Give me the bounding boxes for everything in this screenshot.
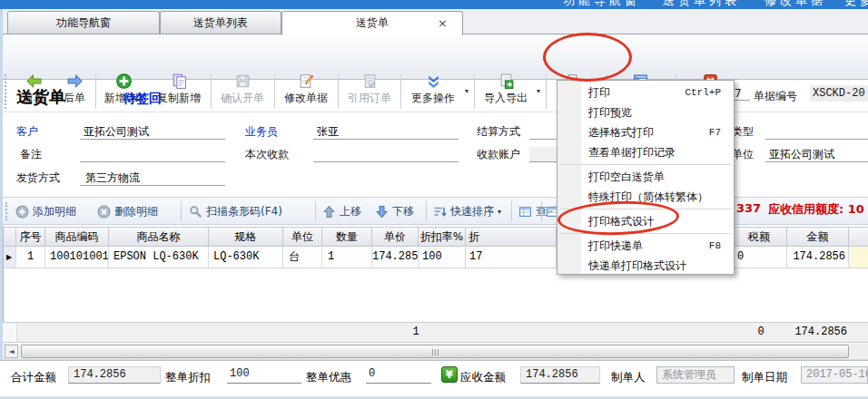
menu-item-print[interactable]: 打印Ctrl+P	[557, 83, 734, 102]
menu-item-express-format-design[interactable]: 快递单打印格式设计	[557, 256, 734, 276]
ship-method-field[interactable]: 第三方物流	[80, 170, 225, 186]
col-header-qty[interactable]: 数量	[322, 228, 372, 247]
toolbar-separator	[211, 74, 212, 109]
scroll-left-button[interactable]: ◄	[5, 345, 18, 358]
move-down-button[interactable]: 下移	[375, 202, 414, 220]
col-header-price[interactable]: 单价	[372, 228, 419, 247]
cell-discount[interactable]: 100	[419, 247, 466, 268]
col-header-unit[interactable]: 单位	[283, 228, 322, 247]
menu-item-label: 打印	[588, 86, 610, 99]
toolbar-separator	[541, 201, 542, 221]
order-preferential-label: 整单优惠	[306, 370, 351, 385]
scan-barcode-icon	[189, 205, 202, 219]
col-header-discount[interactable]: 折扣率%	[419, 228, 466, 247]
col-header-tax[interactable]: 税额	[732, 228, 787, 247]
cell-qty[interactable]: 1	[322, 247, 372, 268]
horizontal-scrollbar[interactable]: ◄	[3, 344, 868, 360]
toolbar-separator	[274, 74, 275, 109]
scan-barcode-button[interactable]: 扫描条形码(F4)	[189, 202, 282, 220]
menu-item-view-print-log[interactable]: 查看单据打印记录	[557, 142, 734, 162]
toolbar-separator	[426, 201, 427, 221]
cell-name[interactable]: EPSON LQ-630K	[109, 247, 209, 268]
tab-delivery-list[interactable]: 送货单列表	[160, 11, 281, 34]
row-selector-icon[interactable]: ▶	[3, 247, 16, 268]
receivable-label: 应收金额	[460, 370, 506, 385]
selector-header	[3, 228, 16, 247]
confirm-open-button[interactable]: 确认开单	[214, 73, 271, 112]
document-icon	[361, 73, 379, 90]
button-label: 上移	[340, 204, 361, 219]
print-menu: 打印Ctrl+P 打印预览 选择格式打印F7 查看单据打印记录 打印空白送货单 …	[557, 80, 735, 275]
app-window: 功能导航窗 送货单列表 修改单据 更多操作 功能导航窗 送货单列表 送货单 × …	[0, 0, 868, 399]
quick-sort-button[interactable]: 快速排序 ▾	[433, 202, 501, 220]
top-strip-text: 修改单据	[764, 0, 826, 9]
annotation-circle-print-button	[543, 33, 632, 82]
ship-method-label: 发货方式	[16, 170, 60, 186]
col-header-amount[interactable]: 金额	[787, 228, 849, 247]
col-header-seq[interactable]: 序号	[16, 228, 45, 247]
tab-delivery-order[interactable]: 送货单 ×	[281, 11, 463, 35]
move-up-button[interactable]: 上移	[322, 202, 361, 220]
cell-unit[interactable]: 台	[283, 247, 322, 268]
col-header-spec[interactable]: 规格	[209, 228, 283, 247]
payment-field[interactable]	[313, 147, 459, 162]
cell-amount[interactable]: 174.2856	[787, 247, 849, 268]
salesman-field[interactable]: 张亚	[313, 124, 459, 140]
type-field[interactable]	[765, 124, 868, 140]
add-detail-button[interactable]: 添加明细	[15, 202, 76, 220]
tab-function-nav[interactable]: 功能导航窗	[7, 11, 160, 34]
order-preferential-field[interactable]: 0	[366, 366, 431, 384]
clipped-field-fragment: 7	[735, 87, 742, 100]
cell-disc-price[interactable]: 17	[466, 247, 557, 268]
totals-amount: 174.2856	[787, 326, 847, 338]
cell-extra[interactable]	[849, 247, 868, 268]
unit-field[interactable]: 亚拓公司测试	[765, 147, 868, 162]
cell-code[interactable]: 100101001	[45, 247, 109, 268]
menu-item-print-blank[interactable]: 打印空白送货单	[557, 167, 734, 187]
more-actions-button[interactable]: 更多操作	[404, 73, 462, 112]
col-header-code[interactable]: 商品编码	[45, 228, 109, 247]
cell-spec[interactable]: LQ-630K	[209, 247, 283, 268]
order-discount-field[interactable]: 100	[227, 366, 301, 384]
col-header-name[interactable]: 商品名称	[109, 228, 209, 247]
menu-item-print-preview[interactable]: 打印预览	[557, 102, 734, 122]
cell-seq[interactable]: 1	[16, 247, 45, 268]
menu-item-label: 查看单据打印记录	[588, 146, 676, 159]
cell-tax[interactable]: 0	[732, 247, 787, 268]
main-toolbar: 前单 后单 新增(N) 复制新增 确认开单 修改单据 引用订单	[0, 34, 868, 80]
delete-detail-button[interactable]: 删除明细	[97, 202, 158, 220]
type-label: 类型	[732, 124, 754, 140]
currency-yuan-icon[interactable]: ¥	[441, 366, 458, 383]
toolbar-separator	[400, 74, 401, 109]
tab-close-icon[interactable]: ×	[438, 12, 448, 34]
top-strip-text: 送货单列表	[663, 0, 740, 9]
col-header-disc-price[interactable]: 折	[466, 228, 557, 247]
doc-no-field[interactable]: XSCKD-20	[810, 85, 868, 102]
chevron-down-icon[interactable]: ▾	[537, 87, 540, 95]
chevron-down-icon: ▾	[498, 208, 501, 216]
payment-label: 本次收款	[245, 147, 289, 162]
toolbar-separator	[181, 201, 182, 221]
customer-field[interactable]: 亚拓公司测试	[80, 124, 225, 140]
scrollbar-thumb[interactable]	[21, 345, 849, 358]
button-label: 修改单据	[278, 91, 334, 106]
note-field[interactable]	[80, 147, 225, 162]
maker-label: 制单人	[611, 370, 646, 385]
menu-separator	[560, 164, 731, 165]
chevron-down-icon[interactable]: ▾	[465, 87, 469, 95]
import-export-button[interactable]: 导入导出	[478, 73, 533, 112]
menu-item-print-express[interactable]: 打印快递单F8	[557, 236, 734, 256]
delete-circle-icon	[97, 205, 111, 219]
toolbar-grip	[5, 74, 8, 109]
cell-price[interactable]: 174.285	[372, 247, 419, 268]
toolbar-separator	[474, 74, 475, 109]
credit-amount-fragment: 337	[736, 201, 761, 215]
doc-no-label: 单据编号	[754, 89, 797, 104]
edit-doc-button[interactable]: 修改单据	[278, 73, 334, 112]
ref-order-button[interactable]: 引用订单	[341, 73, 398, 112]
menu-item-label: 打印空白送货单	[588, 170, 665, 183]
table-row[interactable]: ▶ 1 100101001 EPSON LQ-630K LQ-630K 台 1 …	[3, 247, 868, 268]
toolbar-grip	[5, 202, 9, 220]
menu-item-select-format-print[interactable]: 选择格式打印F7	[557, 122, 734, 142]
button-label: 更多操作	[404, 91, 462, 106]
